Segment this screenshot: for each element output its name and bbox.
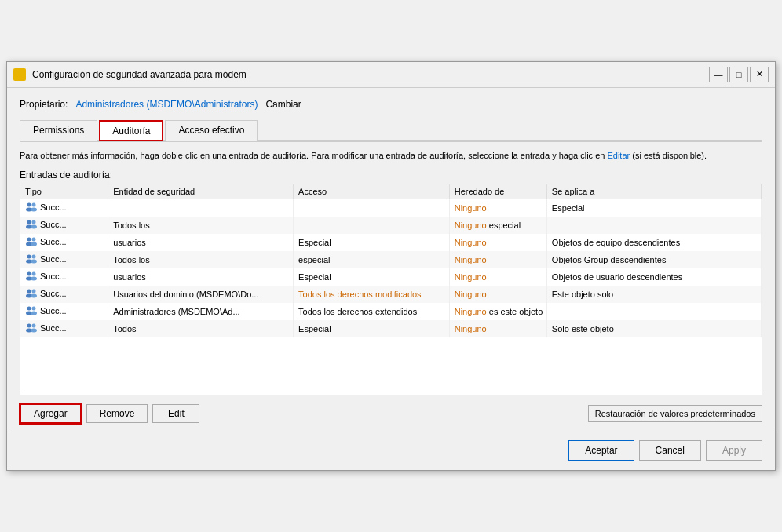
cell-access [294, 199, 450, 217]
edit-link[interactable]: Editar [607, 151, 630, 160]
svg-point-12 [27, 255, 31, 259]
cell-entity: usuarios [108, 268, 294, 286]
cell-access: Todos los derechos modificados [294, 286, 450, 303]
cell-entity: Todos [108, 320, 294, 337]
table-row[interactable]: Succ... Todos losespecialNingunoObjetos … [20, 251, 762, 268]
user-group-icon [25, 322, 38, 333]
audit-label: Entradas de auditoría: [20, 169, 762, 180]
agregar-button[interactable]: Agregar [20, 403, 82, 424]
svg-point-11 [31, 242, 37, 246]
bottom-buttons-row: Aceptar Cancel Apply [7, 432, 775, 470]
window-title: Configuración de seguridad avanzada para… [32, 69, 703, 80]
table-header-row: Tipo Entidad de seguridad Acceso Heredad… [20, 184, 762, 199]
cell-inherited: Ninguno especial [449, 217, 546, 234]
titlebar: Configuración de seguridad avanzada para… [7, 62, 775, 88]
svg-point-22 [32, 290, 36, 293]
cell-applies: Solo este objeto [546, 320, 761, 337]
cell-type: Succ... [20, 217, 108, 234]
minimize-button[interactable]: — [709, 67, 728, 82]
cell-applies: Objetos de equipo descendientes [546, 234, 761, 251]
apply-button[interactable]: Apply [706, 440, 762, 461]
user-group-icon [25, 288, 38, 299]
cell-entity: Usuarios del dominio (MSDEMO\Do... [108, 286, 294, 303]
user-group-icon [25, 219, 38, 230]
user-group-icon [25, 236, 38, 247]
tab-acceso-efectivo[interactable]: Acceso efectivo [165, 120, 258, 141]
table-row[interactable]: Succ... NingunoEspecial [20, 199, 762, 217]
edit-button[interactable]: Edit [152, 404, 199, 423]
table-row[interactable]: Succ... TodosEspecialNingunoSolo este ob… [20, 320, 762, 337]
svg-point-16 [27, 272, 31, 276]
window-icon [13, 68, 26, 81]
tab-auditoria[interactable]: Auditoría [99, 120, 163, 141]
col-header-inherited: Heredado de [449, 184, 546, 199]
svg-point-6 [32, 220, 36, 224]
cell-inherited: Ninguno [449, 268, 546, 286]
table-row[interactable]: Succ... Administradores (MSDEMO\Ad...Tod… [20, 303, 762, 320]
svg-point-14 [32, 255, 36, 259]
audit-table-body: Succ... NingunoEspecial Succ... Todos lo… [20, 199, 762, 338]
cell-inherited: Ninguno [449, 286, 546, 303]
col-header-tipo: Tipo [20, 184, 108, 199]
col-header-entity: Entidad de seguridad [108, 184, 294, 199]
main-window: Configuración de seguridad avanzada para… [6, 61, 776, 471]
user-group-icon [25, 202, 38, 213]
svg-point-10 [32, 238, 36, 242]
cell-access: Todos los derechos extendidos [294, 303, 450, 320]
svg-point-24 [27, 307, 31, 311]
cell-type: Succ... [20, 303, 108, 320]
svg-point-23 [31, 294, 37, 298]
cell-type: Succ... [20, 320, 108, 337]
cell-entity: Administradores (MSDEMO\Ad... [108, 303, 294, 320]
svg-point-26 [32, 307, 36, 311]
tab-permissions[interactable]: Permissions [20, 120, 97, 141]
owner-label: Propietario: [20, 99, 68, 110]
cell-applies [546, 217, 761, 234]
audit-table-wrapper: Tipo Entidad de seguridad Acceso Heredad… [20, 184, 762, 395]
cell-applies [546, 303, 761, 320]
svg-point-28 [27, 324, 31, 328]
table-row[interactable]: Succ... usuariosEspecialNingunoObjetos d… [20, 268, 762, 286]
cell-applies: Especial [546, 199, 761, 217]
close-button[interactable]: ✕ [750, 67, 769, 82]
cell-entity [108, 199, 294, 217]
window-controls: — □ ✕ [709, 67, 769, 82]
cell-applies: Este objeto solo [546, 286, 761, 303]
owner-row: Propietario: Administradores (MSDEMO\Adm… [20, 99, 762, 110]
cell-entity: Todos los [108, 217, 294, 234]
cell-access: Especial [294, 234, 450, 251]
cell-entity: usuarios [108, 234, 294, 251]
remove-button[interactable]: Remove [86, 404, 148, 423]
user-group-icon [25, 305, 38, 316]
svg-point-4 [27, 220, 31, 224]
svg-point-30 [32, 324, 36, 328]
owner-value: Administradores (MSDEMO\Administrators) [75, 99, 258, 110]
cell-inherited: Ninguno es este objeto [449, 303, 546, 320]
cell-access [294, 217, 450, 234]
cancel-button[interactable]: Cancel [639, 440, 701, 461]
user-group-icon [25, 271, 38, 282]
cell-type: Succ... [20, 268, 108, 286]
cell-inherited: Ninguno [449, 199, 546, 217]
table-row[interactable]: Succ... usuariosEspecialNingunoObjetos d… [20, 234, 762, 251]
table-row[interactable]: Succ... Usuarios del dominio (MSDEMO\Do.… [20, 286, 762, 303]
cell-applies: Objetos Group descendientes [546, 251, 761, 268]
maximize-button[interactable]: □ [729, 67, 748, 82]
cell-access: especial [294, 251, 450, 268]
restore-defaults-button[interactable]: Restauración de valores predeterminados [588, 405, 762, 422]
svg-point-19 [31, 277, 37, 281]
user-group-icon [25, 253, 38, 264]
svg-point-15 [31, 260, 37, 264]
audit-table: Tipo Entidad de seguridad Acceso Heredad… [20, 184, 762, 337]
svg-point-27 [31, 312, 37, 315]
cell-type: Succ... [20, 251, 108, 268]
cell-inherited: Ninguno [449, 234, 546, 251]
cell-type: Succ... [20, 286, 108, 303]
svg-point-20 [27, 290, 31, 293]
svg-point-3 [31, 208, 37, 212]
cell-access: Especial [294, 320, 450, 337]
table-row[interactable]: Succ... Todos losNinguno especial [20, 217, 762, 234]
owner-change-link[interactable]: Cambiar [265, 99, 301, 110]
svg-point-7 [31, 225, 37, 229]
aceptar-button[interactable]: Aceptar [568, 440, 634, 461]
